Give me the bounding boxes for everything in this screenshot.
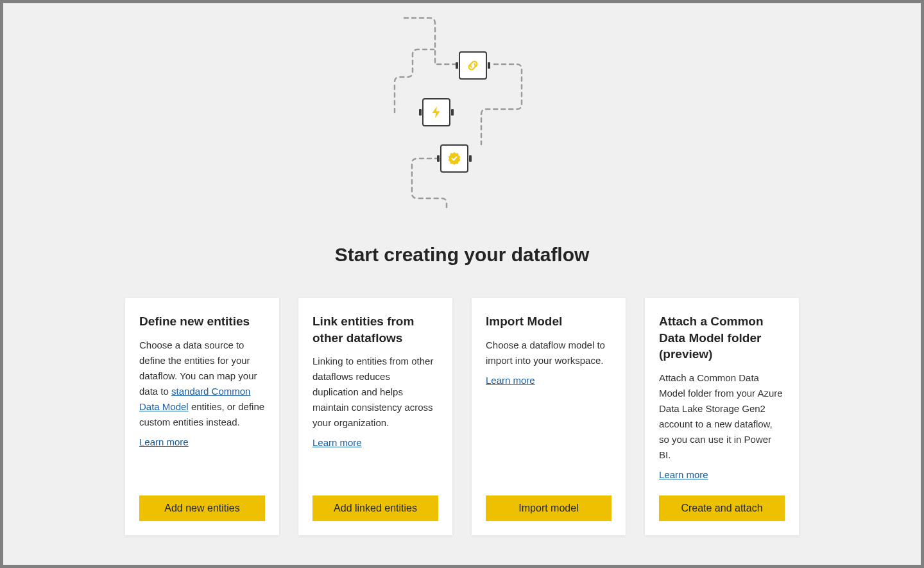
node-badge-icon <box>440 144 468 173</box>
card-title: Define new entities <box>139 313 265 330</box>
card-title: Attach a Common Data Model folder (previ… <box>659 313 785 363</box>
card-define-entities: Define new entities Choose a data source… <box>125 298 279 535</box>
card-title: Link entities from other dataflows <box>312 313 438 346</box>
add-new-entities-button[interactable]: Add new entities <box>139 495 265 521</box>
page-frame: Start creating your dataflow Define new … <box>3 3 921 565</box>
learn-more-link[interactable]: Learn more <box>312 437 438 448</box>
learn-more-link[interactable]: Learn more <box>659 469 785 480</box>
learn-more-link[interactable]: Learn more <box>486 375 612 386</box>
create-and-attach-button[interactable]: Create and attach <box>659 495 785 521</box>
node-link-icon <box>459 51 487 80</box>
card-description: Linking to entities from other dataflows… <box>312 354 438 431</box>
dataflow-illustration <box>372 16 552 209</box>
card-description: Choose a dataflow model to import into y… <box>486 338 612 368</box>
node-bolt-icon <box>422 98 450 126</box>
card-description: Attach a Common Data Model folder from y… <box>659 370 785 463</box>
import-model-button[interactable]: Import model <box>486 495 612 521</box>
card-link-entities: Link entities from other dataflows Linki… <box>298 298 452 535</box>
card-title: Import Model <box>486 313 612 330</box>
page-title: Start creating your dataflow <box>335 244 590 266</box>
cards-container: Define new entities Choose a data source… <box>109 298 815 535</box>
add-linked-entities-button[interactable]: Add linked entities <box>312 495 438 521</box>
card-import-model: Import Model Choose a dataflow model to … <box>472 298 626 535</box>
card-attach-cdm-folder: Attach a Common Data Model folder (previ… <box>645 298 799 535</box>
learn-more-link[interactable]: Learn more <box>139 436 265 447</box>
card-description: Choose a data source to define the entit… <box>139 338 265 430</box>
